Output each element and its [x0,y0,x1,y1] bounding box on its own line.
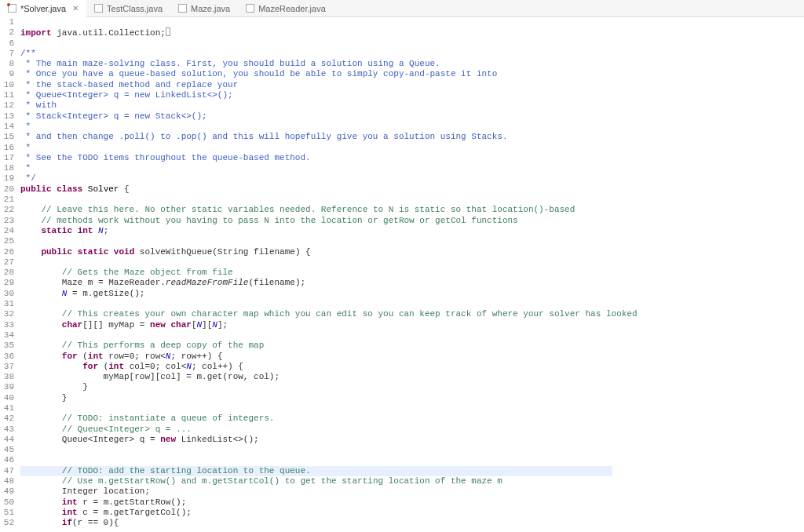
code-line[interactable]: import java.util.Collection; [20,27,804,38]
code-line[interactable]: // This creates your own character map w… [20,309,804,319]
code-line[interactable]: * [20,163,804,173]
line-number: 42 [0,414,14,424]
line-number: 22 [0,205,14,215]
tab-solverjava[interactable]: *Solver.java✕ [0,0,86,17]
line-number: 14 [0,122,14,132]
line-number: 8 [0,59,14,69]
code-line[interactable] [20,330,804,341]
line-number-gutter: 1267891011121314151617181920212223242526… [0,17,19,529]
line-number: 43 [0,425,14,435]
line-number: 39 [0,382,14,392]
code-line[interactable]: if(r == 0){ [20,518,804,528]
line-number: 9 [0,69,14,79]
code-line[interactable] [20,299,804,309]
code-line[interactable]: * with [20,100,804,111]
line-number: 30 [0,289,14,299]
code-line[interactable]: } [20,382,804,392]
line-number: 50 [0,497,14,508]
code-line[interactable]: for (int col=0; col<N; col++) { [20,362,804,372]
tab-label: TestClass.java [107,4,163,13]
line-number: 10 [0,80,14,90]
line-number: 25 [0,236,14,246]
line-number: 15 [0,132,14,142]
line-number: 46 [0,455,14,465]
line-number: 26 [0,247,14,257]
code-line[interactable]: * [20,122,804,132]
code-line[interactable]: static int N; [20,226,804,236]
code-line[interactable]: int r = m.getStartRow(); [20,497,804,508]
line-number: 29 [0,278,14,288]
tab-mazereaderjava[interactable]: MazeReader.java [238,0,334,17]
code-line[interactable] [20,455,804,465]
close-icon[interactable]: ✕ [70,4,79,13]
code-line[interactable]: * The main maze-solving class. First, yo… [20,59,804,69]
line-number: 20 [0,184,14,195]
line-number: 21 [0,195,14,205]
code-line[interactable]: // TODO: instantiate a queue of integers… [20,414,804,424]
code-line[interactable] [20,257,804,268]
line-number: 49 [0,486,14,497]
code-line[interactable]: Integer location; [20,486,804,497]
line-number: 31 [0,299,14,309]
code-area[interactable]: import java.util.Collection;/** * The ma… [19,17,804,529]
line-number: 44 [0,435,14,445]
code-line[interactable] [20,445,804,455]
code-line[interactable]: public class Solver { [20,184,804,195]
code-line[interactable]: myMap[row][col] = m.get(row, col); [20,372,804,382]
code-line[interactable] [20,17,804,27]
code-line[interactable] [20,403,804,414]
code-line[interactable]: } [20,393,804,403]
code-line[interactable] [20,236,804,246]
line-number: 37 [0,362,14,372]
code-line[interactable] [20,195,804,205]
code-line[interactable]: char[][] myMap = new char[N][N]; [20,320,804,330]
line-number: 23 [0,216,14,226]
line-number: 6 [0,38,14,49]
line-number: 1 [0,17,14,27]
code-line[interactable]: * and then change .poll() to .pop() and … [20,132,804,142]
code-line[interactable]: // Queue<Integer> q = ... [20,425,804,435]
line-number: 32 [0,309,14,319]
code-line[interactable]: * Once you have a queue-based solution, … [20,69,804,79]
code-line[interactable]: */ [20,173,804,184]
code-line[interactable]: // Use m.getStartRow() and m.getStartCol… [20,476,804,486]
java-file-icon [178,4,187,13]
code-line[interactable]: Queue<Integer> q = new LinkedList<>(); [20,435,804,445]
code-line[interactable]: * the stack-based method and replace you… [20,80,804,90]
code-line[interactable]: // TODO: add the starting location to th… [20,466,612,476]
code-line[interactable]: * Stack<Integer> q = new Stack<>(); [20,111,804,122]
tab-mazejava[interactable]: Maze.java [170,0,238,17]
code-line[interactable]: * Queue<Integer> q = new LinkedList<>(); [20,90,804,100]
line-number: 40 [0,393,14,403]
code-line[interactable]: * [20,143,804,153]
tab-testclassjava[interactable]: TestClass.java [86,0,170,17]
line-number: 28 [0,268,14,278]
code-line[interactable]: N = m.getSize(); [20,289,804,299]
tab-bar: *Solver.java✕TestClass.javaMaze.javaMaze… [0,0,804,17]
code-line[interactable]: * See the TODO items throughout the queu… [20,153,804,163]
line-number: 12 [0,100,14,111]
code-line[interactable]: // Leave this here. No other static vari… [20,205,804,215]
code-line[interactable] [20,38,804,49]
code-line[interactable]: Maze m = MazeReader.readMazeFromFile(fil… [20,278,804,288]
code-line[interactable]: for (int row=0; row<N; row++) { [20,352,804,362]
line-number: 48 [0,476,14,486]
code-line[interactable]: int c = m.getTargetCol(); [20,508,804,518]
line-number: 35 [0,341,14,351]
java-file-icon [246,4,254,13]
code-line[interactable]: // This performs a deep copy of the map [20,341,804,351]
code-line[interactable]: // methods work without you having to pa… [20,216,804,226]
code-line[interactable]: /** [20,49,804,59]
line-number: 33 [0,320,14,330]
line-number: 7 [0,49,14,59]
line-number: 38 [0,372,14,382]
java-file-icon [8,4,16,13]
line-number: 18 [0,163,14,173]
line-number: 2 [0,27,14,38]
line-number: 45 [0,445,14,455]
code-line[interactable]: public static void solveWithQueue(String… [20,247,804,257]
line-number: 47 [0,466,14,476]
editor[interactable]: 1267891011121314151617181920212223242526… [0,17,804,529]
code-line[interactable]: // Gets the Maze object from file [20,268,804,278]
java-file-icon [94,4,103,13]
